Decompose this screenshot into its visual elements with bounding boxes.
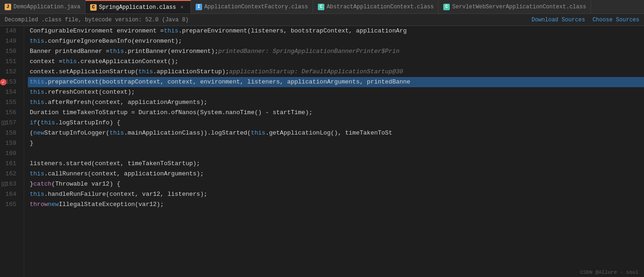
token: new (48, 200, 59, 210)
download-sources-link[interactable]: Download Sources (532, 17, 585, 23)
token: (Throwable var12) { (52, 179, 120, 189)
tab-label-servletwebserverapplicationcontext: ServletWebServerApplicationContext.class (452, 4, 586, 10)
tab-icon-applicationcontextfactory: I (196, 4, 202, 10)
token: .createApplicationContext(); (77, 57, 178, 67)
token: .prepareEnvironment(listeners, bootstrap… (178, 26, 407, 36)
code-line-165: throw new IllegalStateException(var12); (28, 200, 644, 210)
token: .printBanner(environment); (124, 46, 218, 57)
breakpoint-icon-153: ✓ (0, 79, 7, 85)
token: .getApplicationLog(), timeTakenToSt (265, 128, 392, 138)
line-number-165: 165 (6, 200, 16, 210)
line-number-163: 163 (6, 179, 16, 189)
token: catch (33, 179, 52, 189)
tab-servletwebserverapplicationcontext[interactable]: CServletWebServerApplicationContext.clas… (439, 0, 591, 14)
line-numbers-gutter: 148149150151152✓153154155156157158159160… (0, 26, 24, 277)
token: applicationStartup: DefaultApplicationSt… (229, 67, 403, 77)
token: this (30, 77, 44, 87)
code-line-154: this.refreshContext(context); (28, 87, 644, 97)
gutter-line-158: 158 (0, 128, 20, 138)
gutter-line-152: 152 (0, 67, 20, 77)
code-line-150: Banner printedBanner = this.printBanner(… (28, 46, 644, 57)
gutter-line-164: 164 (0, 189, 20, 200)
line-number-161: 161 (6, 159, 16, 169)
line-number-164: 164 (6, 189, 16, 200)
code-line-155: this.afterRefresh(context, applicationAr… (28, 97, 644, 108)
fold-icon-163[interactable] (1, 181, 7, 187)
tab-icon-abstractapplicationcontext: C (318, 4, 324, 10)
token: this (30, 87, 44, 97)
token: IllegalStateException(var12); (59, 200, 164, 210)
gutter-line-151: 151 (0, 57, 20, 67)
tab-label-demoapplication: DemoApplication.java (13, 4, 80, 10)
token: new (33, 128, 44, 138)
token: .applicationStartup); (153, 67, 229, 77)
code-line-159: } (28, 138, 644, 148)
code-line-162: this.callRunners(context, applicationArg… (28, 169, 644, 179)
token: this (30, 169, 44, 179)
token: .prepareContext(bootstrapContext, contex… (44, 77, 410, 87)
token: this (251, 128, 265, 138)
tab-label-abstractapplicationcontext: AbstractApplicationContext.class (327, 4, 434, 10)
line-number-158: 158 (6, 128, 16, 138)
tab-demoapplication[interactable]: JDemoApplication.java (0, 0, 85, 14)
tab-label-applicationcontextfactory: ApplicationContextFactory.class (204, 4, 308, 10)
tab-icon-springapplication: C (90, 4, 97, 11)
code-line-148: ConfigurableEnvironment environment = th… (28, 26, 644, 36)
tab-close-springapplication[interactable]: × (178, 4, 186, 11)
tab-applicationcontextfactory[interactable]: IApplicationContextFactory.class (191, 0, 313, 14)
line-number-162: 162 (6, 169, 16, 179)
tab-springapplication[interactable]: CSpringApplication.class× (85, 0, 191, 14)
line-number-155: 155 (6, 97, 16, 108)
token: listeners.started(context, timeTakenToSt… (30, 159, 200, 169)
token: ( (30, 128, 33, 138)
token: .logStartupInfo) { (55, 118, 120, 128)
gutter-line-155: 155 (0, 97, 20, 108)
info-bar: Decompiled .class file, bytecode version… (0, 14, 644, 26)
tab-abstractapplicationcontext[interactable]: CAbstractApplicationContext.class (313, 0, 439, 14)
token: .refreshContext(context); (44, 87, 135, 97)
token: ( (37, 118, 41, 128)
token: .callRunners(context, applicationArgumen… (44, 169, 204, 179)
token: this (62, 57, 77, 67)
line-number-148: 148 (6, 26, 16, 36)
token: StartupInfoLogger( (44, 128, 109, 138)
svg-text:✓: ✓ (1, 80, 5, 84)
token: this (138, 67, 153, 77)
token: .configureIgnoreBeanInfo(environment); (44, 36, 182, 46)
code-line-158: (new StartupInfoLogger(this.mainApplicat… (28, 128, 644, 138)
choose-sources-link[interactable]: Choose Sources (592, 17, 639, 23)
token: } (30, 179, 33, 189)
gutter-line-149: 149 (0, 36, 20, 46)
token: .mainApplicationClass)).logStarted( (124, 128, 251, 138)
token: this (30, 189, 44, 200)
line-number-150: 150 (6, 46, 16, 57)
token: this (30, 36, 44, 46)
gutter-line-163: 163 (0, 179, 20, 189)
gutter-line-160: 160 (0, 148, 20, 159)
code-content[interactable]: ConfigurableEnvironment environment = th… (24, 26, 644, 277)
gutter-line-156: 156 (0, 108, 20, 118)
gutter-line-162: 162 (0, 169, 20, 179)
tab-icon-demoapplication: J (5, 4, 11, 10)
line-number-156: 156 (6, 108, 16, 118)
token: context.setApplicationStartup( (30, 67, 138, 77)
fold-icon-157[interactable] (1, 120, 7, 126)
token: this (110, 46, 124, 57)
gutter-line-148: 148 (0, 26, 20, 36)
gutter-line-150: 150 (0, 46, 20, 57)
line-number-151: 151 (6, 57, 16, 67)
info-bar-actions: Download Sources Choose Sources (532, 17, 639, 23)
code-line-160 (28, 148, 644, 159)
watermark-text: CSDN @Allure · soul (580, 270, 638, 275)
token: this (40, 118, 55, 128)
gutter-line-161: 161 (0, 159, 20, 169)
gutter-line-153: ✓153 (0, 77, 20, 87)
decompiled-info-text: Decompiled .class file, bytecode version… (5, 17, 189, 23)
code-line-164: this.handleRunFailure(context, var12, li… (28, 189, 644, 200)
line-number-154: 154 (6, 87, 16, 97)
line-number-149: 149 (6, 36, 16, 46)
token: .handleRunFailure(context, var12, listen… (44, 189, 207, 200)
line-number-157: 157 (6, 118, 16, 128)
token: } (30, 138, 33, 148)
token: this (110, 128, 124, 138)
